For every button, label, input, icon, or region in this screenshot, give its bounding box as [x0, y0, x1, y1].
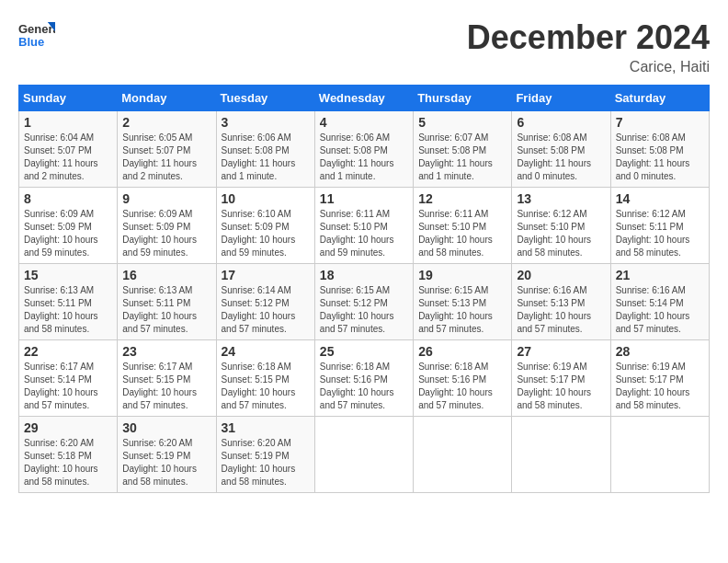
day-info: Sunrise: 6:19 AM Sunset: 5:17 PM Dayligh…: [616, 361, 704, 412]
day-number: 25: [320, 344, 408, 359]
day-info: Sunrise: 6:16 AM Sunset: 5:13 PM Dayligh…: [517, 284, 605, 336]
calendar-body: 1 Sunrise: 6:04 AM Sunset: 5:07 PM Dayli…: [19, 111, 710, 493]
day-info: Sunrise: 6:12 AM Sunset: 5:11 PM Dayligh…: [616, 208, 704, 259]
calendar-cell: 24 Sunrise: 6:18 AM Sunset: 5:15 PM Dayl…: [216, 340, 314, 417]
day-number: 12: [418, 191, 506, 206]
day-number: 1: [24, 115, 112, 130]
month-title: December 2024: [467, 18, 710, 57]
day-number: 19: [418, 268, 506, 282]
day-number: 14: [616, 191, 704, 206]
day-info: Sunrise: 6:13 AM Sunset: 5:11 PM Dayligh…: [122, 284, 210, 336]
calendar-cell: 6 Sunrise: 6:08 AM Sunset: 5:08 PM Dayli…: [512, 111, 610, 188]
day-info: Sunrise: 6:15 AM Sunset: 5:12 PM Dayligh…: [320, 284, 408, 336]
calendar-cell: 2 Sunrise: 6:05 AM Sunset: 5:07 PM Dayli…: [118, 111, 216, 188]
day-info: Sunrise: 6:16 AM Sunset: 5:14 PM Dayligh…: [616, 284, 704, 336]
title-block: December 2024 Carice, Haiti: [467, 18, 710, 75]
day-info: Sunrise: 6:18 AM Sunset: 5:16 PM Dayligh…: [320, 361, 408, 412]
day-info: Sunrise: 6:17 AM Sunset: 5:14 PM Dayligh…: [24, 361, 112, 412]
day-number: 26: [418, 344, 506, 359]
calendar-cell: 18 Sunrise: 6:15 AM Sunset: 5:12 PM Dayl…: [314, 264, 413, 340]
day-number: 9: [122, 191, 210, 206]
col-friday: Friday: [512, 86, 610, 111]
calendar-cell: 4 Sunrise: 6:06 AM Sunset: 5:08 PM Dayli…: [314, 111, 413, 188]
calendar-cell: [512, 417, 610, 493]
calendar-table: Sunday Monday Tuesday Wednesday Thursday…: [18, 85, 710, 493]
day-number: 8: [24, 191, 112, 206]
calendar-cell: 5 Sunrise: 6:07 AM Sunset: 5:08 PM Dayli…: [414, 111, 512, 188]
col-monday: Monday: [118, 86, 216, 111]
calendar-cell: 3 Sunrise: 6:06 AM Sunset: 5:08 PM Dayli…: [216, 111, 314, 188]
calendar-cell: 15 Sunrise: 6:13 AM Sunset: 5:11 PM Dayl…: [19, 264, 118, 340]
day-number: 5: [418, 115, 506, 130]
logo: General Blue: [18, 18, 55, 52]
day-number: 4: [320, 115, 408, 130]
day-number: 31: [222, 420, 310, 435]
day-number: 16: [122, 268, 210, 282]
day-number: 20: [517, 268, 605, 282]
calendar-cell: 25 Sunrise: 6:18 AM Sunset: 5:16 PM Dayl…: [314, 340, 413, 417]
calendar-cell: 13 Sunrise: 6:12 AM Sunset: 5:10 PM Dayl…: [512, 188, 610, 264]
day-number: 6: [517, 115, 605, 130]
day-number: 18: [320, 268, 408, 282]
day-info: Sunrise: 6:08 AM Sunset: 5:08 PM Dayligh…: [517, 132, 605, 183]
day-number: 11: [320, 191, 408, 206]
day-info: Sunrise: 6:18 AM Sunset: 5:16 PM Dayligh…: [418, 361, 506, 412]
day-info: Sunrise: 6:17 AM Sunset: 5:15 PM Dayligh…: [122, 361, 210, 412]
day-info: Sunrise: 6:15 AM Sunset: 5:13 PM Dayligh…: [418, 284, 506, 336]
calendar-cell: 26 Sunrise: 6:18 AM Sunset: 5:16 PM Dayl…: [414, 340, 512, 417]
day-info: Sunrise: 6:06 AM Sunset: 5:08 PM Dayligh…: [222, 132, 310, 183]
calendar-week-row: 8 Sunrise: 6:09 AM Sunset: 5:09 PM Dayli…: [19, 188, 710, 264]
day-number: 24: [222, 344, 310, 359]
calendar-week-row: 22 Sunrise: 6:17 AM Sunset: 5:14 PM Dayl…: [19, 340, 710, 417]
calendar-cell: [414, 417, 512, 493]
day-number: 10: [222, 191, 310, 206]
day-info: Sunrise: 6:20 AM Sunset: 5:19 PM Dayligh…: [122, 437, 210, 488]
calendar-cell: 27 Sunrise: 6:19 AM Sunset: 5:17 PM Dayl…: [512, 340, 610, 417]
day-info: Sunrise: 6:13 AM Sunset: 5:11 PM Dayligh…: [24, 284, 112, 336]
calendar-cell: [314, 417, 413, 493]
calendar-cell: [610, 417, 709, 493]
calendar-week-row: 1 Sunrise: 6:04 AM Sunset: 5:07 PM Dayli…: [19, 111, 710, 188]
calendar-cell: 21 Sunrise: 6:16 AM Sunset: 5:14 PM Dayl…: [610, 264, 709, 340]
calendar-cell: 20 Sunrise: 6:16 AM Sunset: 5:13 PM Dayl…: [512, 264, 610, 340]
calendar-cell: 23 Sunrise: 6:17 AM Sunset: 5:15 PM Dayl…: [118, 340, 216, 417]
day-number: 15: [24, 268, 112, 282]
day-info: Sunrise: 6:19 AM Sunset: 5:17 PM Dayligh…: [517, 361, 605, 412]
day-info: Sunrise: 6:11 AM Sunset: 5:10 PM Dayligh…: [418, 208, 506, 259]
day-number: 29: [24, 420, 112, 435]
day-info: Sunrise: 6:05 AM Sunset: 5:07 PM Dayligh…: [122, 132, 210, 183]
calendar-cell: 28 Sunrise: 6:19 AM Sunset: 5:17 PM Dayl…: [610, 340, 709, 417]
day-info: Sunrise: 6:04 AM Sunset: 5:07 PM Dayligh…: [24, 132, 112, 183]
calendar-cell: 16 Sunrise: 6:13 AM Sunset: 5:11 PM Dayl…: [118, 264, 216, 340]
day-info: Sunrise: 6:06 AM Sunset: 5:08 PM Dayligh…: [320, 132, 408, 183]
calendar-cell: 12 Sunrise: 6:11 AM Sunset: 5:10 PM Dayl…: [414, 188, 512, 264]
day-info: Sunrise: 6:09 AM Sunset: 5:09 PM Dayligh…: [24, 208, 112, 259]
day-number: 7: [616, 115, 704, 130]
calendar-cell: 17 Sunrise: 6:14 AM Sunset: 5:12 PM Dayl…: [216, 264, 314, 340]
calendar-cell: 9 Sunrise: 6:09 AM Sunset: 5:09 PM Dayli…: [118, 188, 216, 264]
day-number: 3: [222, 115, 310, 130]
calendar-week-row: 29 Sunrise: 6:20 AM Sunset: 5:18 PM Dayl…: [19, 417, 710, 493]
col-thursday: Thursday: [414, 86, 512, 111]
calendar-cell: 8 Sunrise: 6:09 AM Sunset: 5:09 PM Dayli…: [19, 188, 118, 264]
calendar-week-row: 15 Sunrise: 6:13 AM Sunset: 5:11 PM Dayl…: [19, 264, 710, 340]
day-number: 13: [517, 191, 605, 206]
calendar-cell: 14 Sunrise: 6:12 AM Sunset: 5:11 PM Dayl…: [610, 188, 709, 264]
calendar-cell: 11 Sunrise: 6:11 AM Sunset: 5:10 PM Dayl…: [314, 188, 413, 264]
day-info: Sunrise: 6:20 AM Sunset: 5:18 PM Dayligh…: [24, 437, 112, 488]
day-number: 27: [517, 344, 605, 359]
day-number: 2: [122, 115, 210, 130]
calendar-cell: 29 Sunrise: 6:20 AM Sunset: 5:18 PM Dayl…: [19, 417, 118, 493]
day-info: Sunrise: 6:10 AM Sunset: 5:09 PM Dayligh…: [222, 208, 310, 259]
logo-icon: General Blue: [18, 18, 55, 52]
day-number: 30: [122, 420, 210, 435]
day-number: 17: [222, 268, 310, 282]
calendar-cell: 10 Sunrise: 6:10 AM Sunset: 5:09 PM Dayl…: [216, 188, 314, 264]
calendar-cell: 1 Sunrise: 6:04 AM Sunset: 5:07 PM Dayli…: [19, 111, 118, 188]
day-info: Sunrise: 6:09 AM Sunset: 5:09 PM Dayligh…: [122, 208, 210, 259]
day-info: Sunrise: 6:18 AM Sunset: 5:15 PM Dayligh…: [222, 361, 310, 412]
day-number: 28: [616, 344, 704, 359]
calendar-cell: 22 Sunrise: 6:17 AM Sunset: 5:14 PM Dayl…: [19, 340, 118, 417]
calendar-cell: 19 Sunrise: 6:15 AM Sunset: 5:13 PM Dayl…: [414, 264, 512, 340]
col-tuesday: Tuesday: [216, 86, 314, 111]
